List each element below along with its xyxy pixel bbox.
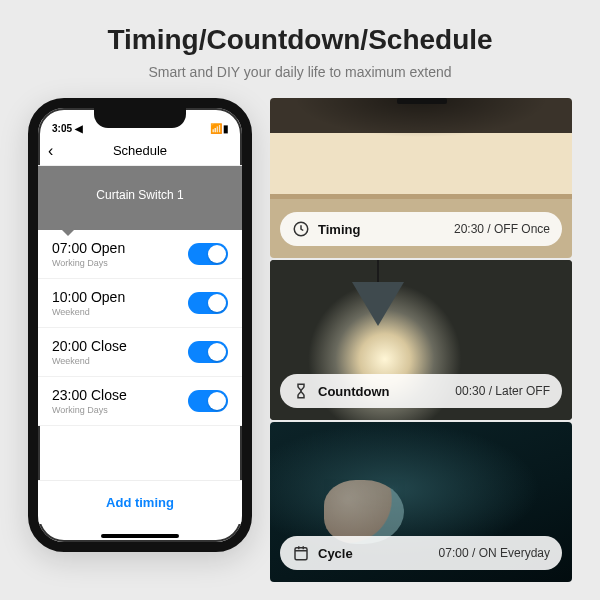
feature-label: Cycle [318,546,353,561]
schedule-time: 07:00 [52,240,87,256]
feature-label: Timing [318,222,360,237]
schedule-repeat: Working Days [52,258,125,268]
feature-pill: Timing 20:30 / OFF Once [280,212,562,246]
device-name: Curtain Switch 1 [96,188,183,202]
page-subtitle: Smart and DIY your daily life to maximum… [0,64,600,80]
schedule-repeat: Weekend [52,307,125,317]
feature-value: 00:30 / Later OFF [455,384,550,398]
hourglass-icon [292,382,310,400]
add-timing-button[interactable]: Add timing [38,480,242,524]
schedule-repeat: Weekend [52,356,127,366]
feature-value: 20:30 / OFF Once [454,222,550,236]
back-button[interactable]: ‹ [48,142,53,160]
schedule-list: 07:00 Open Working Days 10:00 Open Weeke… [38,230,242,426]
phone-mockup: 3:05 ◀ 📶 ▮ ‹ Schedule Curtain Switch 1 0… [28,98,252,552]
schedule-toggle[interactable] [188,243,228,265]
device-banner[interactable]: Curtain Switch 1 [38,166,242,230]
schedule-action: Open [91,289,125,305]
nav-bar: ‹ Schedule [38,136,242,166]
home-indicator [101,534,179,538]
calendar-icon [292,544,310,562]
feature-pill: Cycle 07:00 / ON Everyday [280,536,562,570]
status-time: 3:05 ◀ [52,123,83,134]
schedule-toggle[interactable] [188,390,228,412]
phone-notch [94,106,186,128]
status-indicators: 📶 ▮ [210,123,228,134]
schedule-toggle[interactable] [188,341,228,363]
schedule-row[interactable]: 23:00 Close Working Days [38,377,242,426]
schedule-row[interactable]: 20:00 Close Weekend [38,328,242,377]
feature-panel-timing: Timing 20:30 / OFF Once [270,98,572,258]
feature-pill: Countdown 00:30 / Later OFF [280,374,562,408]
feature-panel-cycle: Cycle 07:00 / ON Everyday [270,422,572,582]
schedule-time: 20:00 [52,338,87,354]
nav-title: Schedule [113,143,167,158]
schedule-time: 23:00 [52,387,87,403]
page-title: Timing/Countdown/Schedule [0,24,600,56]
schedule-row[interactable]: 10:00 Open Weekend [38,279,242,328]
schedule-repeat: Working Days [52,405,127,415]
schedule-action: Close [91,338,127,354]
svg-rect-1 [295,548,307,560]
schedule-toggle[interactable] [188,292,228,314]
schedule-action: Open [91,240,125,256]
feature-panel-countdown: Countdown 00:30 / Later OFF [270,260,572,420]
feature-label: Countdown [318,384,389,399]
schedule-action: Close [91,387,127,403]
clock-icon [292,220,310,238]
feature-value: 07:00 / ON Everyday [439,546,550,560]
schedule-time: 10:00 [52,289,87,305]
schedule-row[interactable]: 07:00 Open Working Days [38,230,242,279]
